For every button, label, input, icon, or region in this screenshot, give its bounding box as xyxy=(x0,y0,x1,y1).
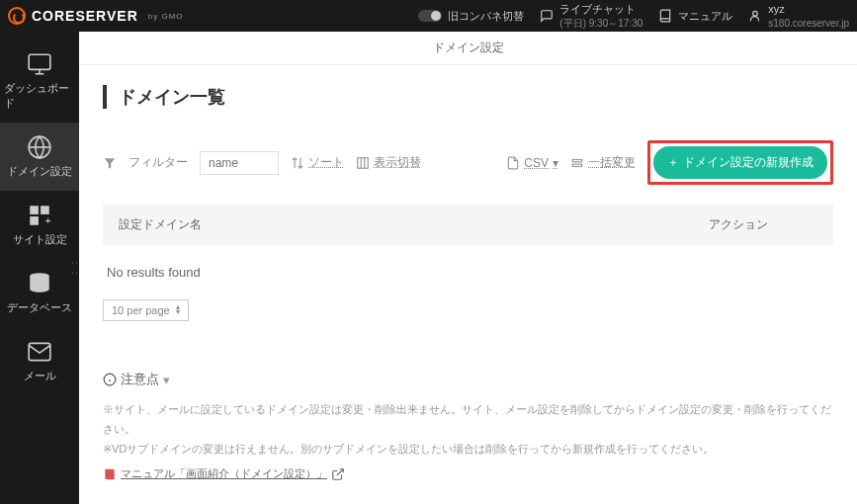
svg-rect-16 xyxy=(572,159,581,161)
svg-rect-13 xyxy=(358,157,369,168)
book-icon xyxy=(658,9,672,23)
breadcrumb: ドメイン設定 xyxy=(79,32,857,65)
brand-logo[interactable]: CORESERVER by GMO xyxy=(8,7,184,25)
display-label: 表示切替 xyxy=(374,154,421,171)
create-highlight: ＋ ドメイン設定の新規作成 xyxy=(647,140,833,185)
manual-label: マニュアル xyxy=(678,9,732,23)
sidebar-item-label: ドメイン設定 xyxy=(7,164,72,179)
svg-line-21 xyxy=(337,469,343,475)
sidebar-item-domain[interactable]: ドメイン設定 xyxy=(0,123,79,191)
livechat-hours: (平日) 9:30～17:30 xyxy=(559,17,643,30)
old-panel-toggle[interactable]: 旧コンパネ切替 xyxy=(418,9,524,23)
toolbar: フィルター ソート 表示切替 CSV ▾ 一括変更 xyxy=(103,140,833,185)
notes-title: 注意点 xyxy=(121,371,159,388)
notes-line1: ※サイト、メールに設定しているドメイン設定は変更・削除出来ません。サイト、メール… xyxy=(103,400,833,440)
table-header: 設定ドメイン名 アクション xyxy=(103,205,833,245)
col-domain: 設定ドメイン名 xyxy=(119,216,659,233)
plus-icon: ＋ xyxy=(667,154,679,171)
display-toggle[interactable]: 表示切替 xyxy=(356,154,421,171)
manual-link-label: マニュアル「画面紹介（ドメイン設定）」 xyxy=(121,466,327,481)
svg-rect-11 xyxy=(29,343,50,360)
sidebar-item-site[interactable]: + サイト設定 xyxy=(0,191,79,259)
manual-page-link[interactable]: マニュアル「画面紹介（ドメイン設定）」 xyxy=(103,466,345,481)
layers-icon xyxy=(570,156,584,170)
livechat-label: ライブチャット xyxy=(559,3,636,15)
book-small-icon xyxy=(103,467,117,481)
notes-line2: ※VDサブドメインの変更は行えません。別のサブドメインを設定したい場合は削除を行… xyxy=(103,440,833,460)
csv-link[interactable]: CSV ▾ xyxy=(506,156,558,170)
svg-marker-12 xyxy=(105,158,116,169)
svg-rect-6 xyxy=(30,206,39,214)
sidebar-item-label: サイト設定 xyxy=(13,232,67,247)
mail-icon xyxy=(27,339,52,365)
notes-section: 注意点 ▾ ※サイト、メールに設定しているドメイン設定は変更・削除出来ません。サ… xyxy=(103,371,833,484)
brand-name: CORESERVER xyxy=(32,8,138,24)
manual-link[interactable]: マニュアル xyxy=(658,9,732,23)
col-action: アクション xyxy=(659,216,817,233)
sidebar-item-dashboard[interactable]: ダッシュボード xyxy=(0,40,79,123)
per-page-label: 10 per page xyxy=(112,304,170,316)
livechat-link[interactable]: ライブチャット(平日) 9:30～17:30 xyxy=(540,2,643,29)
sidebar: ダッシュボード ドメイン設定 + サイト設定 データベース メール ⋮⋮ xyxy=(0,32,79,504)
toggle-icon xyxy=(418,10,442,22)
chevron-down-icon: ▾ xyxy=(553,156,558,170)
top-header: CORESERVER by GMO 旧コンパネ切替 ライブチャット(平日) 9:… xyxy=(0,0,857,32)
user-icon xyxy=(748,9,762,23)
bulk-link[interactable]: 一括変更 xyxy=(570,154,636,171)
sort-link[interactable]: ソート xyxy=(291,154,344,171)
per-page-select[interactable]: 10 per page ▴▾ xyxy=(103,299,189,321)
csv-label: CSV xyxy=(524,156,549,170)
notes-title-row: 注意点 ▾ xyxy=(103,371,833,388)
svg-rect-1 xyxy=(29,54,50,69)
sort-label: ソート xyxy=(308,154,344,171)
logo-icon xyxy=(8,7,26,25)
svg-text:+: + xyxy=(44,214,50,226)
user-menu[interactable]: xyzs180.coreserver.jp xyxy=(748,2,849,29)
database-icon xyxy=(27,271,52,296)
create-label: ドメイン設定の新規作成 xyxy=(683,154,814,171)
svg-rect-7 xyxy=(41,206,49,214)
filter-label: フィルター xyxy=(129,154,188,171)
sort-icon xyxy=(291,156,304,170)
sidebar-item-label: データベース xyxy=(7,300,72,315)
updown-icon: ▴▾ xyxy=(176,305,180,315)
old-panel-label: 旧コンパネ切替 xyxy=(448,9,524,23)
bulk-label: 一括変更 xyxy=(588,154,636,171)
monitor-icon xyxy=(27,51,52,77)
sidebar-item-mail[interactable]: メール xyxy=(0,327,79,395)
main-content: ドメイン設定 ドメイン一覧 フィルター ソート 表示切替 CSV xyxy=(79,32,857,504)
file-icon xyxy=(506,156,520,170)
user-name: xyz xyxy=(768,3,785,15)
svg-point-0 xyxy=(753,11,758,16)
create-domain-button[interactable]: ＋ ドメイン設定の新規作成 xyxy=(653,146,827,179)
sidebar-item-label: メール xyxy=(24,369,56,383)
svg-rect-17 xyxy=(572,164,581,166)
brand-sub: by GMO xyxy=(148,12,184,21)
sidebar-item-label: ダッシュボード xyxy=(4,81,75,111)
info-icon xyxy=(103,373,117,386)
chevron-down-icon: ▾ xyxy=(163,373,170,387)
sidebar-item-database[interactable]: データベース xyxy=(0,259,79,327)
filter-icon xyxy=(103,156,117,170)
page-title: ドメイン一覧 xyxy=(103,85,833,109)
user-host: s180.coreserver.jp xyxy=(768,17,849,30)
filter-input[interactable] xyxy=(200,151,279,175)
chat-icon xyxy=(540,9,554,23)
globe-icon xyxy=(27,134,52,160)
grid-icon: + xyxy=(27,203,52,228)
no-results: No results found xyxy=(103,245,833,299)
svg-rect-8 xyxy=(30,216,39,225)
columns-icon xyxy=(356,156,370,170)
external-link-icon xyxy=(331,467,345,481)
